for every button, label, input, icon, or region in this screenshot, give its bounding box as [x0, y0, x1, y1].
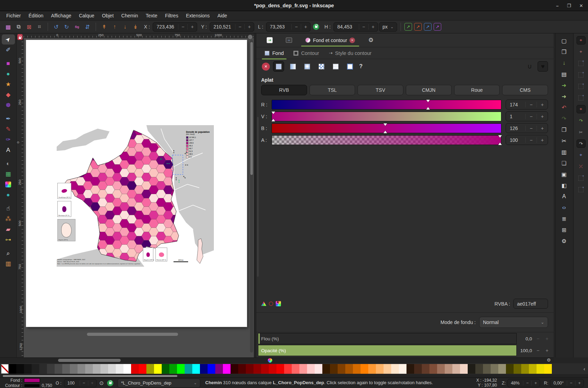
move-gradients-toggle[interactable]: ↗ [404, 23, 412, 31]
green-increment[interactable]: + [537, 114, 548, 119]
zoom-tool[interactable]: ⌕ [2, 248, 15, 258]
opacity-field-increment[interactable]: + [88, 381, 96, 386]
selector-tool[interactable]: ➤ [2, 34, 15, 45]
blue-slider[interactable] [272, 123, 501, 133]
opacity-slider[interactable]: Opacité (%) [258, 345, 517, 356]
menu-affichage[interactable]: Affichage [48, 12, 75, 19]
node-tool[interactable]: ✐ [2, 45, 15, 55]
green-slider[interactable] [272, 112, 501, 121]
fill-stroke-icon[interactable]: ◧ [559, 181, 569, 190]
raise-top-icon[interactable]: ↟ [99, 22, 109, 32]
palette-swatch[interactable] [139, 364, 146, 374]
snap-midpoints-toggle[interactable]: ⤫ [577, 162, 586, 171]
alpha-increment[interactable]: + [537, 137, 548, 143]
palette-swatch[interactable] [70, 364, 78, 374]
text-dialog-icon[interactable]: A [559, 192, 569, 201]
canvas[interactable]: Densité de population (hb / km2) 20 540,… [24, 38, 254, 357]
document-page[interactable]: Densité de population (hb / km2) 20 540,… [26, 40, 247, 327]
palette-swatch[interactable] [200, 364, 208, 374]
x-increment[interactable]: + [187, 24, 197, 30]
red-spinbox[interactable]: 174 − + [506, 99, 548, 110]
flat-color-button[interactable] [273, 61, 284, 72]
x-field[interactable]: 723,436 − + [153, 22, 197, 32]
palette-swatch[interactable] [146, 364, 154, 374]
palette-swatch[interactable] [78, 364, 85, 374]
y-decrement[interactable]: − [235, 24, 244, 30]
france-density-map[interactable]: Densité de population (hb / km2) 20 540,… [57, 125, 214, 267]
palette-swatch[interactable] [231, 364, 238, 374]
star-tool[interactable]: ★ [2, 79, 15, 89]
palette-swatch[interactable] [93, 364, 100, 374]
palette-swatch[interactable] [307, 364, 315, 374]
pencil-tool[interactable]: ✎ [2, 124, 15, 134]
snap-bbox-midpoints-toggle[interactable] [577, 82, 586, 90]
zoom-increment[interactable]: + [531, 381, 540, 386]
rotate-cw-icon[interactable]: ↻ [62, 22, 71, 32]
unit-select[interactable]: px ⌄ [379, 22, 397, 32]
deselect-icon[interactable]: ⊠ [24, 22, 34, 32]
stroke-width-value[interactable]: 0,750 [42, 383, 52, 388]
palette-swatch[interactable] [192, 364, 200, 374]
zoom-decrement[interactable]: − [523, 381, 531, 386]
opacity-field-decrement[interactable]: − [80, 381, 88, 386]
palette-swatch[interactable] [445, 364, 452, 374]
eraser-tool[interactable]: ▰ [2, 224, 15, 234]
menu-filtres[interactable]: Filtres [162, 12, 182, 19]
opacity-decrement[interactable]: − [533, 348, 542, 353]
color-picker-icon[interactable] [276, 301, 281, 306]
menu-objet[interactable]: Objet [98, 12, 117, 19]
green-spinbox[interactable]: 1 − + [506, 111, 548, 121]
palette-swatch[interactable] [246, 364, 253, 374]
fill-rule-evenodd-button[interactable]: ∪ [524, 61, 535, 72]
palette-swatch[interactable] [414, 364, 422, 374]
color-managed-icon[interactable] [261, 301, 266, 306]
palette-swatch[interactable] [24, 364, 32, 374]
rotation-field[interactable]: 0,00° − + [550, 379, 584, 387]
palette-swatch[interactable] [338, 364, 345, 374]
color-space-cms[interactable]: CMS [502, 85, 548, 95]
palette-swatch[interactable] [406, 364, 414, 374]
palette-swatch[interactable] [16, 364, 24, 374]
palette-swatch[interactable] [238, 364, 246, 374]
snap-nodes-toggle[interactable]: ⌖ [577, 105, 586, 113]
opacity-value[interactable]: 100,0 [517, 348, 533, 353]
palette-swatch[interactable] [116, 364, 123, 374]
color-space-rvb[interactable]: RVB [261, 85, 307, 95]
palette-swatch[interactable] [47, 364, 55, 374]
cut-icon[interactable]: ✂ [559, 136, 569, 145]
snap-bbox-edges-toggle[interactable] [577, 59, 586, 67]
palette-swatch[interactable] [9, 364, 16, 374]
width-increment[interactable]: + [301, 24, 310, 30]
blue-increment[interactable]: + [537, 126, 548, 131]
spiral-tool[interactable]: ☸ [2, 100, 15, 110]
palette-swatch[interactable] [376, 364, 384, 374]
node-arrow-vertical-icon[interactable]: ↕ [178, 178, 180, 183]
palette-swatch[interactable] [185, 364, 192, 374]
snap-page-toggle[interactable] [577, 185, 586, 194]
palette-swatch[interactable] [368, 364, 376, 374]
snap-others-toggle[interactable] [577, 174, 586, 182]
red-slider[interactable] [272, 100, 501, 110]
menu-extensions[interactable]: Extensions [183, 12, 213, 19]
scale-arrow-horizontal-icon[interactable]: ↔ [184, 161, 189, 167]
color-space-tsl[interactable]: TSL [309, 85, 355, 95]
duplicate-icon[interactable]: ❏ [559, 159, 569, 168]
copy-icon[interactable]: ❐ [559, 125, 569, 134]
blur-value[interactable]: 0,0 [517, 336, 533, 341]
palette-swatch[interactable] [154, 364, 162, 374]
save-icon[interactable]: ↓ [559, 58, 569, 67]
palette-swatch[interactable] [422, 364, 429, 374]
palette-swatch[interactable] [299, 364, 307, 374]
calligraphy-tool[interactable]: ✑ [2, 135, 15, 145]
palette-scroll-left-icon[interactable]: ‹ [581, 366, 588, 372]
node-arrow-horizontal-icon[interactable]: ↔ [166, 160, 171, 165]
height-decrement[interactable]: − [359, 24, 368, 30]
palette-swatch[interactable] [100, 364, 108, 374]
fill-swatch[interactable] [24, 378, 40, 382]
palette-swatch[interactable] [498, 364, 506, 374]
palette-swatch[interactable] [62, 364, 70, 374]
palette-swatch[interactable] [460, 364, 468, 374]
snap-bbox-toggle[interactable]: ⌖ [577, 48, 586, 56]
fill-stroke-dialog-tab[interactable]: Fond et contour ✕ [300, 34, 361, 46]
palette-none-swatch[interactable] [1, 364, 9, 374]
